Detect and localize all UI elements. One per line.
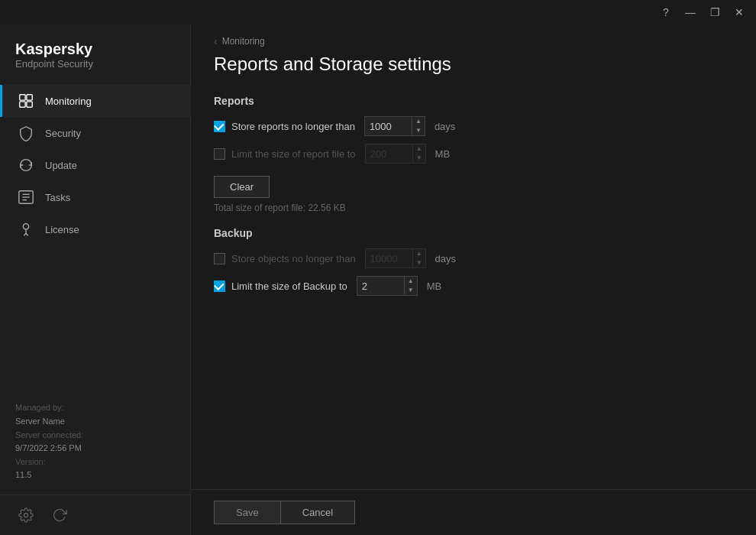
store-reports-label: Store reports no longer than <box>231 121 355 132</box>
server-connected-time: 9/7/2022 2:56 PM <box>15 442 175 456</box>
main-content: ‹ Monitoring Reports and Storage setting… <box>191 24 756 535</box>
store-objects-down[interactable]: ▼ <box>413 258 425 268</box>
store-reports-spinbox[interactable]: ▲ ▼ <box>364 116 425 136</box>
reports-section-title: Reports <box>214 95 733 107</box>
store-objects-row: Store objects no longer than ▲ ▼ days <box>214 248 733 268</box>
page-title: Reports and Storage settings <box>214 54 733 75</box>
store-reports-arrows: ▲ ▼ <box>412 117 425 135</box>
limit-backup-input[interactable] <box>357 280 404 292</box>
store-reports-down[interactable]: ▼ <box>412 126 425 135</box>
sidebar-footer <box>0 494 190 535</box>
limit-backup-up[interactable]: ▲ <box>405 277 417 286</box>
svg-rect-1 <box>27 95 32 100</box>
store-reports-input[interactable] <box>365 121 412 132</box>
app-name: Kaspersky <box>15 40 175 58</box>
svg-point-8 <box>23 224 28 229</box>
svg-rect-0 <box>20 95 25 100</box>
app-subtitle: Endpoint Security <box>15 58 175 70</box>
limit-size-label: Limit the size of report file to <box>231 148 356 160</box>
sidebar-item-monitoring[interactable]: Monitoring <box>0 85 190 117</box>
sidebar-info: Managed by: Server Name Server connected… <box>0 389 190 494</box>
managed-by-label: Managed by: <box>15 401 175 415</box>
breadcrumb-link[interactable]: Monitoring <box>222 36 265 47</box>
app-logo: Kaspersky Endpoint Security <box>0 32 190 85</box>
monitoring-icon <box>18 92 34 109</box>
store-reports-checkbox-wrap[interactable]: Store reports no longer than <box>214 121 355 132</box>
store-reports-row: Store reports no longer than ▲ ▼ days <box>214 116 733 136</box>
save-button[interactable]: Save <box>214 501 281 524</box>
limit-backup-spinbox[interactable]: ▲ ▼ <box>357 276 418 296</box>
maximize-button[interactable]: ❐ <box>704 5 725 20</box>
file-size-info: Total size of report file: 22.56 KB <box>214 203 733 213</box>
sidebar-item-tasks[interactable]: Tasks <box>0 181 190 213</box>
limit-backup-checkbox-wrap[interactable]: Limit the size of Backup to <box>214 280 347 292</box>
store-objects-arrows: ▲ ▼ <box>412 249 425 268</box>
security-icon <box>18 125 34 141</box>
svg-point-9 <box>24 514 28 517</box>
content-header: ‹ Monitoring Reports and Storage setting… <box>191 24 756 83</box>
breadcrumb: ‹ Monitoring <box>214 35 733 47</box>
limit-size-down[interactable]: ▼ <box>413 154 425 163</box>
store-objects-up[interactable]: ▲ <box>413 249 425 258</box>
store-objects-input[interactable] <box>366 253 412 264</box>
version-label: Version: <box>15 456 175 469</box>
limit-backup-arrows: ▲ ▼ <box>404 277 417 295</box>
limit-backup-unit: MB <box>427 280 442 292</box>
monitoring-label: Monitoring <box>45 96 92 107</box>
limit-size-up[interactable]: ▲ <box>413 144 425 154</box>
sidebar-item-license[interactable]: License <box>0 213 190 245</box>
settings-button[interactable] <box>15 504 37 526</box>
content-body: Reports Store reports no longer than ▲ ▼… <box>191 83 756 489</box>
server-connected-label: Server connected: <box>15 429 175 443</box>
limit-size-checkbox-wrap[interactable]: Limit the size of report file to <box>214 148 356 160</box>
help-button[interactable]: ? <box>655 5 677 20</box>
app-container: Kaspersky Endpoint Security Monitoring S… <box>0 24 756 535</box>
backup-section-title: Backup <box>214 227 733 239</box>
minimize-button[interactable]: — <box>680 5 701 20</box>
store-reports-checkbox[interactable] <box>214 121 225 132</box>
license-label: License <box>45 224 79 235</box>
action-bar: Save Cancel <box>191 489 756 535</box>
clear-button[interactable]: Clear <box>214 176 270 198</box>
titlebar: ? — ❐ ✕ <box>0 0 756 24</box>
limit-backup-down[interactable]: ▼ <box>405 286 417 295</box>
security-label: Security <box>45 128 81 139</box>
limit-backup-checkbox[interactable] <box>214 280 225 292</box>
update-icon <box>18 157 34 173</box>
cancel-button[interactable]: Cancel <box>281 501 355 524</box>
tasks-icon <box>18 189 34 206</box>
sidebar-item-security[interactable]: Security <box>0 117 190 149</box>
limit-size-unit: MB <box>435 148 451 160</box>
store-objects-unit: days <box>435 253 456 264</box>
store-objects-checkbox-wrap[interactable]: Store objects no longer than <box>214 253 356 264</box>
breadcrumb-arrow: ‹ <box>214 35 218 47</box>
update-label: Update <box>45 160 77 171</box>
store-objects-checkbox[interactable] <box>214 253 225 264</box>
svg-rect-3 <box>27 102 32 107</box>
close-button[interactable]: ✕ <box>729 5 750 20</box>
limit-backup-row: Limit the size of Backup to ▲ ▼ MB <box>214 276 733 296</box>
clear-button-wrap: Clear <box>214 171 733 203</box>
server-name: Server Name <box>15 415 175 429</box>
sidebar: Kaspersky Endpoint Security Monitoring S… <box>0 24 191 535</box>
limit-size-input[interactable] <box>366 148 412 160</box>
limit-size-arrows: ▲ ▼ <box>412 144 425 163</box>
limit-size-checkbox[interactable] <box>214 148 225 160</box>
license-icon <box>18 221 34 238</box>
store-objects-spinbox[interactable]: ▲ ▼ <box>365 248 426 268</box>
refresh-button[interactable] <box>49 504 70 526</box>
limit-size-spinbox[interactable]: ▲ ▼ <box>365 144 426 164</box>
limit-size-row: Limit the size of report file to ▲ ▼ MB <box>214 144 733 164</box>
svg-rect-2 <box>20 102 25 107</box>
sidebar-item-update[interactable]: Update <box>0 149 190 181</box>
tasks-label: Tasks <box>45 192 70 203</box>
store-reports-unit: days <box>435 121 455 132</box>
store-reports-up[interactable]: ▲ <box>412 117 425 126</box>
version-value: 11.5 <box>15 469 175 482</box>
limit-backup-label: Limit the size of Backup to <box>231 280 347 292</box>
store-objects-label: Store objects no longer than <box>231 253 356 264</box>
